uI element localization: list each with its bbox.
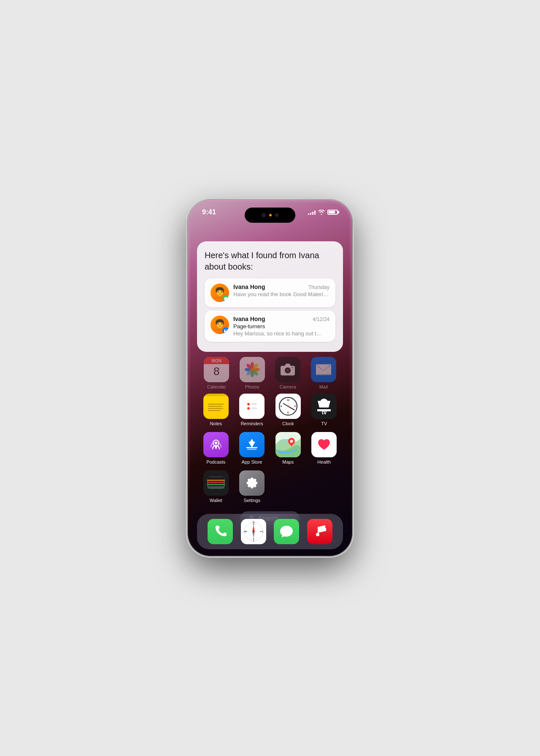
svg-point-20	[247, 407, 250, 410]
app-item-camera[interactable]: Camera	[273, 357, 303, 389]
app-label-tv: TV	[321, 421, 327, 426]
svg-point-28	[290, 440, 293, 443]
app-item-calendar[interactable]: MON 8 Calendar	[201, 357, 232, 389]
app-label-settings: Settings	[243, 498, 260, 503]
svg-text:W: W	[243, 530, 246, 533]
message-subject-2: Page-turners	[233, 323, 329, 329]
di-indicator-dot	[269, 214, 272, 216]
app-item-podcasts[interactable]: Podcasts	[201, 432, 231, 464]
siri-question-text: Here's what I found from Ivana about boo…	[205, 250, 335, 273]
messages-app-icon	[274, 519, 299, 544]
status-icons	[308, 210, 338, 215]
app-label-clock: Clock	[282, 421, 294, 426]
phone-screen: 9:41	[190, 202, 350, 554]
svg-rect-38	[207, 484, 225, 485]
music-app-icon	[307, 519, 332, 544]
signal-icon	[308, 210, 316, 215]
safari-app-icon: N S W E	[241, 519, 266, 544]
app-label-calendar: Calendar	[207, 384, 226, 389]
app-label-wallet: Wallet	[210, 498, 222, 503]
wallet-app-icon	[203, 470, 229, 496]
svg-rect-37	[207, 482, 225, 483]
dock-app-messages[interactable]	[274, 519, 299, 544]
app-item-health[interactable]: Health	[309, 432, 339, 464]
svg-point-52	[253, 531, 254, 532]
messages-badge	[222, 295, 229, 302]
status-time: 9:41	[202, 208, 216, 216]
siri-result-item-1[interactable]: 🧑‍🦱 Ivana Hong Thursday Have you read th…	[205, 278, 335, 307]
phone-app-icon	[208, 519, 233, 544]
app-item-maps[interactable]: Maps	[273, 432, 303, 464]
svg-rect-21	[251, 408, 257, 409]
app-label-photos: Photos	[245, 384, 259, 389]
siri-result-card: Here's what I found from Ivana about boo…	[197, 241, 343, 352]
svg-marker-10	[285, 364, 291, 366]
mail-icon	[311, 357, 336, 382]
message-content-2: Ivana Hong 4/12/24 Page-turners Hey Mari…	[233, 316, 329, 337]
dock-app-safari[interactable]: N S W E	[241, 519, 266, 544]
podcasts-app-icon	[203, 432, 229, 457]
app-item-wallet[interactable]: Wallet	[201, 470, 231, 503]
svg-point-18	[247, 403, 250, 405]
calendar-icon: MON 8	[204, 357, 229, 382]
tv-app-icon: tv	[311, 394, 337, 419]
apps-row-3: Wallet Settings	[198, 470, 342, 503]
app-item-reminders[interactable]: Reminders	[237, 394, 267, 426]
app-item-empty-1	[273, 470, 303, 503]
app-label-appstore: App Store	[242, 459, 262, 464]
svg-point-17	[243, 398, 260, 415]
health-app-icon	[311, 432, 337, 457]
message-date-1: Thursday	[308, 284, 329, 290]
di-sensor	[275, 213, 278, 217]
appstore-app-icon	[239, 432, 265, 457]
reminders-app-icon	[239, 394, 265, 419]
message-preview-1: Have you read the book Good Material yet…	[233, 291, 329, 297]
dock-app-music[interactable]	[307, 519, 332, 544]
svg-rect-19	[251, 403, 257, 405]
app-item-photos[interactable]: Photos	[237, 357, 267, 389]
photos-icon	[240, 357, 265, 382]
avatar-2: 🧑‍🦱	[211, 316, 229, 334]
app-label-camera: Camera	[280, 384, 296, 389]
svg-text:N: N	[253, 521, 254, 524]
app-label-mail: Mail	[319, 384, 328, 389]
camera-icon	[275, 357, 300, 382]
dock-app-phone[interactable]	[208, 519, 233, 544]
avatar-1: 🧑‍🦱	[211, 284, 229, 302]
svg-point-13	[286, 369, 289, 372]
app-item-clock[interactable]: 12 6 3 9 Clock	[273, 394, 303, 426]
settings-app-icon	[239, 470, 265, 496]
app-label-reminders: Reminders	[241, 421, 263, 426]
app-item-appstore[interactable]: App Store	[237, 432, 267, 464]
app-label-maps: Maps	[282, 459, 294, 464]
notes-app-icon	[203, 394, 229, 419]
app-grid: Notes Reminders	[190, 394, 350, 503]
phone-device: 9:41	[188, 200, 352, 556]
mail-badge	[222, 327, 229, 334]
clock-app-icon: 12 6 3 9	[275, 394, 301, 419]
battery-icon	[327, 210, 338, 215]
svg-rect-36	[207, 480, 225, 481]
message-preview-2: Hey Marissa, so nice to hang out t...	[233, 330, 329, 337]
app-label-podcasts: Podcasts	[206, 459, 225, 464]
wifi-icon	[318, 210, 325, 215]
app-item-notes[interactable]: Notes	[201, 394, 231, 426]
message-date-2: 4/12/24	[313, 316, 329, 322]
svg-point-14	[292, 367, 293, 368]
app-label-health: Health	[317, 459, 331, 464]
dock: N S W E	[197, 514, 343, 549]
sender-name-1: Ivana Hong	[233, 284, 265, 290]
apps-row-2: Podcasts App Store	[198, 432, 342, 464]
maps-app-icon	[275, 432, 301, 457]
app-label-notes: Notes	[210, 421, 222, 426]
app-item-settings[interactable]: Settings	[237, 470, 267, 503]
sender-name-2: Ivana Hong	[233, 316, 265, 322]
message-content-1: Ivana Hong Thursday Have you read the bo…	[233, 284, 329, 297]
dynamic-island	[245, 208, 295, 223]
siri-result-item-2[interactable]: 🧑‍🦱 Ivana Hong 4/12/24 Page-turners Hey …	[205, 310, 335, 342]
app-item-mail[interactable]: Mail	[308, 357, 339, 389]
app-item-tv[interactable]: tv TV	[309, 394, 339, 426]
app-item-empty-2	[309, 470, 339, 503]
di-camera	[262, 213, 266, 217]
apps-row-1: Notes Reminders	[198, 394, 342, 426]
